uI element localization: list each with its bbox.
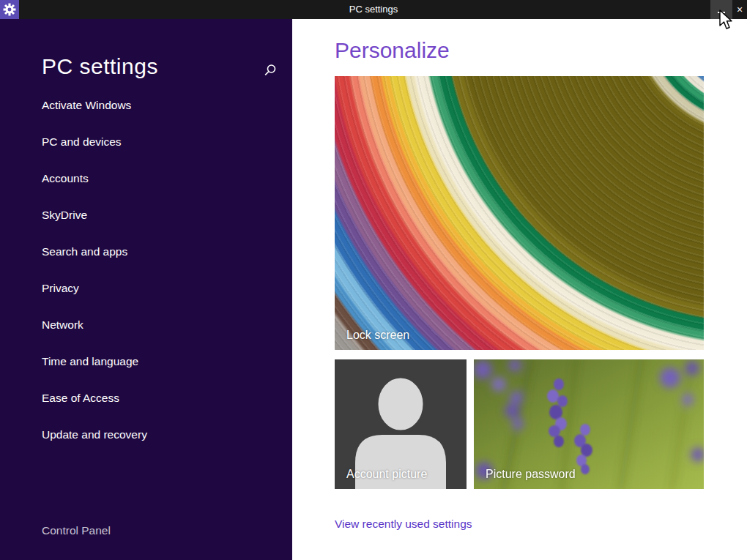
sidebar-item-search-and-apps[interactable]: Search and apps <box>0 234 292 270</box>
sidebar: PC settings Activate Windows PC and devi… <box>0 19 292 560</box>
sidebar-item-privacy[interactable]: Privacy <box>0 270 292 307</box>
sidebar-item-accounts[interactable]: Accounts <box>0 160 292 197</box>
close-icon: × <box>737 4 743 15</box>
close-button[interactable]: × <box>732 0 747 19</box>
picture-password-label: Picture password <box>486 468 576 481</box>
page-title: Personalize <box>335 38 450 63</box>
sidebar-item-pc-and-devices[interactable]: PC and devices <box>0 124 292 160</box>
lock-screen-label: Lock screen <box>346 329 409 342</box>
minimize-button[interactable] <box>710 0 732 19</box>
window-title: PC settings <box>0 0 747 19</box>
view-recent-settings-link[interactable]: View recently used settings <box>335 518 472 531</box>
search-icon[interactable] <box>264 64 277 77</box>
sidebar-item-activate-windows[interactable]: Activate Windows <box>0 87 292 124</box>
sidebar-item-update-and-recovery[interactable]: Update and recovery <box>0 417 292 453</box>
account-picture-label: Account picture <box>346 468 427 481</box>
minimize-icon <box>718 12 725 13</box>
sidebar-item-control-panel[interactable]: Control Panel <box>42 524 111 537</box>
account-picture-tile[interactable]: Account picture <box>335 359 467 489</box>
sidebar-item-network[interactable]: Network <box>0 307 292 343</box>
titlebar: PC settings × <box>0 0 747 19</box>
sidebar-item-time-and-language[interactable]: Time and language <box>0 343 292 380</box>
pc-settings-window: PC settings × PC settings Activate Windo… <box>0 0 747 560</box>
picture-password-tile[interactable]: Picture password <box>474 359 704 489</box>
sidebar-title: PC settings <box>42 54 158 79</box>
main-content: Personalize Lock screen Account picture <box>292 19 747 560</box>
sidebar-item-ease-of-access[interactable]: Ease of Access <box>0 380 292 417</box>
sidebar-nav: Activate Windows PC and devices Accounts… <box>0 87 292 453</box>
lock-screen-tile[interactable]: Lock screen <box>335 76 704 350</box>
sidebar-item-skydrive[interactable]: SkyDrive <box>0 197 292 234</box>
